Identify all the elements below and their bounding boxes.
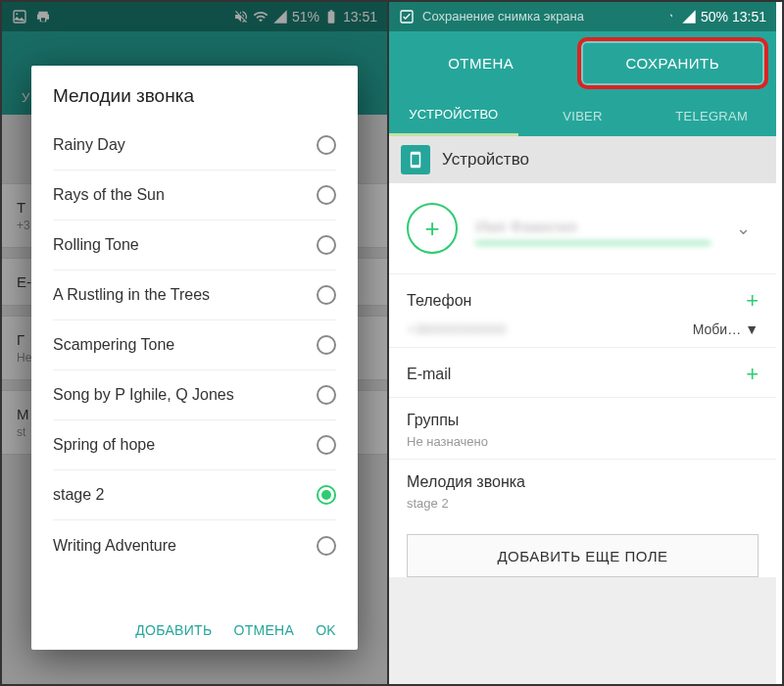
groups-value: Не назначено	[407, 434, 759, 449]
device-label: Устройство	[442, 150, 529, 170]
groups-label: Группы	[407, 412, 459, 429]
ringtone-label: Мелодия звонка	[407, 473, 525, 491]
dropdown-arrow-icon: ▼	[745, 321, 759, 337]
phone-label: Телефон	[407, 292, 471, 310]
chevron-down-icon[interactable]: ⌄	[728, 218, 759, 239]
ringtone-item[interactable]: Spring of hope	[53, 420, 336, 470]
ringtone-item[interactable]: Scampering Tone	[53, 320, 336, 370]
screenshot-left: 51% 13:51 У Т+3 E- ГНе Мst Мелодии звонк…	[2, 2, 389, 684]
mute-icon	[662, 9, 677, 24]
name-row: + ⌄	[389, 183, 776, 273]
cancel-button[interactable]: ОТМЕНА	[389, 31, 573, 95]
phone-device-icon	[401, 145, 430, 174]
status-bar: Сохранение снимка экрана 50% 13:51	[389, 2, 776, 31]
radio-button[interactable]	[317, 335, 336, 355]
clock: 13:51	[732, 9, 766, 24]
add-field-button[interactable]: ДОБАВИТЬ ЕЩЕ ПОЛЕ	[407, 534, 759, 577]
add-phone-button[interactable]: +	[746, 288, 759, 314]
ringtone-label: Scampering Tone	[53, 336, 174, 354]
ringtone-label: stage 2	[53, 486, 104, 504]
screenshot-right: Сохранение снимка экрана 50% 13:51 ОТМЕН…	[389, 2, 776, 684]
ringtone-item[interactable]: A Rustling in the Trees	[53, 270, 336, 320]
groups-section[interactable]: Группы Не назначено	[389, 397, 776, 459]
screenshot-hint: Сохранение снимка экрана	[422, 9, 584, 24]
signal-icon	[681, 9, 697, 24]
ringtone-section[interactable]: Мелодия звонка stage 2	[389, 459, 776, 520]
radio-button[interactable]	[317, 135, 336, 155]
phone-type-dropdown[interactable]: Моби… ▼	[693, 321, 759, 337]
tab-viber[interactable]: VIBER	[518, 95, 648, 136]
ringtone-item[interactable]: Writing Adventure	[53, 520, 336, 570]
ringtone-item[interactable]: Song by P Ighile, Q Jones	[53, 370, 336, 420]
radio-button[interactable]	[317, 485, 336, 505]
action-header: ОТМЕНА СОХРАНИТЬ	[389, 31, 776, 95]
device-row: Устройство	[389, 136, 776, 183]
radio-button[interactable]	[317, 285, 336, 305]
ringtone-list[interactable]: Rainy DayRays of the SunRolling ToneA Ru…	[53, 121, 336, 611]
contact-source-tabs: УСТРОЙСТВОVIBERTELEGRAM	[389, 95, 776, 136]
ok-button[interactable]: OK	[316, 622, 336, 638]
add-email-button[interactable]: +	[746, 362, 759, 387]
name-input[interactable]	[475, 213, 710, 244]
phone-value[interactable]: +380000000000	[407, 321, 507, 337]
ringtone-label: Writing Adventure	[53, 537, 176, 555]
ringtone-item[interactable]: Rays of the Sun	[53, 171, 336, 220]
ringtone-value: stage 2	[407, 496, 759, 511]
tab-устройство[interactable]: УСТРОЙСТВО	[389, 95, 518, 136]
ringtone-item[interactable]: stage 2	[53, 470, 336, 520]
ringtone-label: Rolling Tone	[53, 236, 139, 254]
radio-button[interactable]	[317, 235, 336, 255]
radio-button[interactable]	[317, 435, 336, 455]
ringtone-label: A Rustling in the Trees	[53, 286, 210, 304]
phone-section: Телефон + +380000000000 Моби… ▼	[389, 273, 776, 347]
ringtone-label: Spring of hope	[53, 436, 155, 454]
email-label: E-mail	[407, 366, 451, 383]
radio-button[interactable]	[317, 185, 336, 205]
add-photo-button[interactable]: +	[407, 203, 458, 254]
ringtone-dialog: Мелодии звонка Rainy DayRays of the SunR…	[31, 66, 358, 650]
battery-percent: 50%	[701, 9, 728, 24]
ringtone-item[interactable]: Rolling Tone	[53, 220, 336, 270]
ringtone-label: Song by P Ighile, Q Jones	[53, 386, 234, 404]
ringtone-label: Rainy Day	[53, 136, 125, 154]
add-button[interactable]: ДОБАВИТЬ	[135, 622, 212, 638]
checkbox-icon	[399, 9, 415, 24]
ringtone-label: Rays of the Sun	[53, 186, 165, 204]
radio-button[interactable]	[317, 385, 336, 405]
save-button[interactable]: СОХРАНИТЬ	[577, 37, 769, 89]
ringtone-item[interactable]: Rainy Day	[53, 121, 336, 171]
email-section: E-mail +	[389, 347, 776, 397]
cancel-button[interactable]: ОТМЕНА	[233, 622, 294, 638]
radio-button[interactable]	[317, 536, 336, 556]
dialog-title: Мелодии звонка	[53, 85, 336, 107]
tab-telegram[interactable]: TELEGRAM	[647, 95, 776, 136]
